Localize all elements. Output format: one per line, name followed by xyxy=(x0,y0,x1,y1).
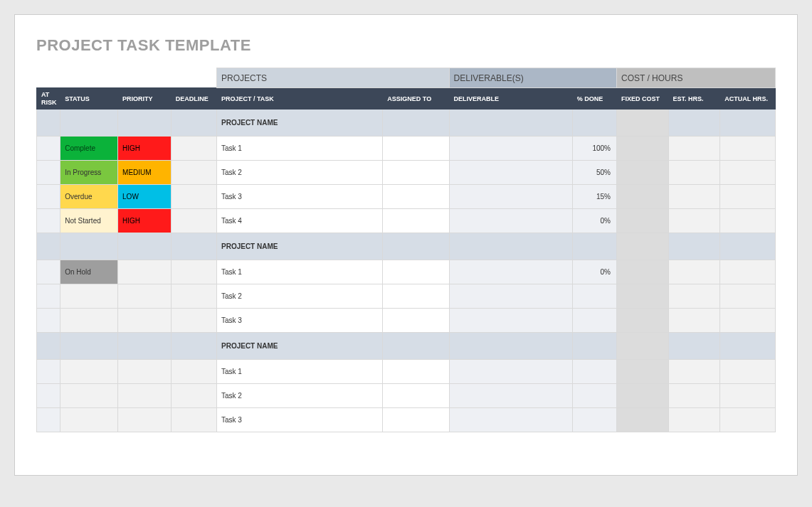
status-cell[interactable]: On Hold xyxy=(60,260,118,284)
at-risk-cell[interactable] xyxy=(37,260,60,284)
section-cell[interactable] xyxy=(37,110,60,137)
done-cell[interactable] xyxy=(572,284,616,309)
done-cell[interactable] xyxy=(572,384,616,408)
est-hrs-cell[interactable] xyxy=(668,161,720,185)
deliverable-cell[interactable] xyxy=(449,137,572,161)
section-cell[interactable] xyxy=(171,233,216,260)
actual-hrs-cell[interactable] xyxy=(720,137,776,161)
assigned-cell[interactable] xyxy=(383,360,449,384)
done-cell[interactable]: 50% xyxy=(572,161,616,185)
at-risk-cell[interactable] xyxy=(37,309,60,333)
section-cell[interactable] xyxy=(668,233,720,260)
deliverable-cell[interactable] xyxy=(449,161,572,185)
fixed-cost-cell[interactable] xyxy=(616,209,668,233)
section-cell[interactable] xyxy=(572,233,616,260)
done-cell[interactable]: 0% xyxy=(572,260,616,284)
section-cell[interactable] xyxy=(449,333,572,360)
deadline-cell[interactable] xyxy=(171,137,216,161)
assigned-cell[interactable] xyxy=(383,185,449,209)
status-cell[interactable] xyxy=(60,284,118,309)
est-hrs-cell[interactable] xyxy=(668,408,720,432)
task-cell[interactable]: Task 2 xyxy=(216,284,382,309)
task-cell[interactable]: Task 1 xyxy=(216,360,382,384)
section-cell[interactable] xyxy=(118,333,172,360)
deadline-cell[interactable] xyxy=(171,384,216,408)
actual-hrs-cell[interactable] xyxy=(720,209,776,233)
at-risk-cell[interactable] xyxy=(37,408,60,432)
status-cell[interactable] xyxy=(60,309,118,333)
done-cell[interactable] xyxy=(572,408,616,432)
status-cell[interactable] xyxy=(60,384,118,408)
section-header[interactable]: PROJECT NAME xyxy=(216,233,382,260)
est-hrs-cell[interactable] xyxy=(668,384,720,408)
section-cell[interactable] xyxy=(720,333,776,360)
est-hrs-cell[interactable] xyxy=(668,309,720,333)
actual-hrs-cell[interactable] xyxy=(720,384,776,408)
deadline-cell[interactable] xyxy=(171,209,216,233)
section-cell[interactable] xyxy=(616,233,668,260)
deadline-cell[interactable] xyxy=(171,260,216,284)
priority-cell[interactable] xyxy=(118,284,172,309)
status-cell[interactable] xyxy=(60,408,118,432)
at-risk-cell[interactable] xyxy=(37,161,60,185)
section-cell[interactable] xyxy=(118,233,172,260)
status-cell[interactable] xyxy=(60,360,118,384)
priority-cell[interactable]: LOW xyxy=(118,185,172,209)
done-cell[interactable]: 15% xyxy=(572,185,616,209)
est-hrs-cell[interactable] xyxy=(668,284,720,309)
section-cell[interactable] xyxy=(616,110,668,137)
section-cell[interactable] xyxy=(383,110,449,137)
fixed-cost-cell[interactable] xyxy=(616,384,668,408)
section-cell[interactable] xyxy=(60,110,118,137)
priority-cell[interactable] xyxy=(118,360,172,384)
actual-hrs-cell[interactable] xyxy=(720,408,776,432)
task-cell[interactable]: Task 3 xyxy=(216,309,382,333)
section-cell[interactable] xyxy=(37,233,60,260)
assigned-cell[interactable] xyxy=(383,384,449,408)
done-cell[interactable]: 0% xyxy=(572,209,616,233)
assigned-cell[interactable] xyxy=(383,209,449,233)
priority-cell[interactable] xyxy=(118,260,172,284)
deliverable-cell[interactable] xyxy=(449,309,572,333)
section-cell[interactable] xyxy=(118,110,172,137)
section-cell[interactable] xyxy=(668,333,720,360)
actual-hrs-cell[interactable] xyxy=(720,185,776,209)
actual-hrs-cell[interactable] xyxy=(720,309,776,333)
task-cell[interactable]: Task 3 xyxy=(216,408,382,432)
assigned-cell[interactable] xyxy=(383,284,449,309)
section-header[interactable]: PROJECT NAME xyxy=(216,333,382,360)
status-cell[interactable]: In Progress xyxy=(60,161,118,185)
est-hrs-cell[interactable] xyxy=(668,137,720,161)
at-risk-cell[interactable] xyxy=(37,185,60,209)
actual-hrs-cell[interactable] xyxy=(720,161,776,185)
deliverable-cell[interactable] xyxy=(449,360,572,384)
priority-cell[interactable] xyxy=(118,309,172,333)
deliverable-cell[interactable] xyxy=(449,209,572,233)
task-cell[interactable]: Task 3 xyxy=(216,185,382,209)
done-cell[interactable]: 100% xyxy=(572,137,616,161)
est-hrs-cell[interactable] xyxy=(668,360,720,384)
deliverable-cell[interactable] xyxy=(449,408,572,432)
status-cell[interactable]: Overdue xyxy=(60,185,118,209)
est-hrs-cell[interactable] xyxy=(668,209,720,233)
deadline-cell[interactable] xyxy=(171,309,216,333)
at-risk-cell[interactable] xyxy=(37,284,60,309)
priority-cell[interactable]: HIGH xyxy=(118,209,172,233)
section-cell[interactable] xyxy=(37,333,60,360)
section-cell[interactable] xyxy=(572,333,616,360)
deliverable-cell[interactable] xyxy=(449,260,572,284)
section-cell[interactable] xyxy=(616,333,668,360)
fixed-cost-cell[interactable] xyxy=(616,185,668,209)
done-cell[interactable] xyxy=(572,360,616,384)
fixed-cost-cell[interactable] xyxy=(616,360,668,384)
at-risk-cell[interactable] xyxy=(37,384,60,408)
deliverable-cell[interactable] xyxy=(449,384,572,408)
section-cell[interactable] xyxy=(720,233,776,260)
at-risk-cell[interactable] xyxy=(37,137,60,161)
actual-hrs-cell[interactable] xyxy=(720,260,776,284)
section-cell[interactable] xyxy=(668,110,720,137)
assigned-cell[interactable] xyxy=(383,408,449,432)
fixed-cost-cell[interactable] xyxy=(616,137,668,161)
deadline-cell[interactable] xyxy=(171,185,216,209)
section-cell[interactable] xyxy=(449,110,572,137)
